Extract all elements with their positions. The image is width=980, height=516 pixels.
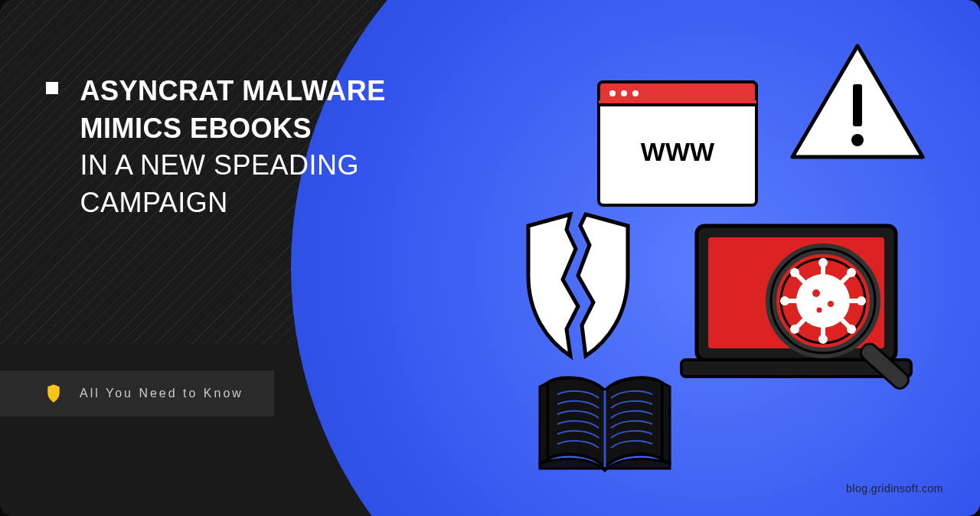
heading-line-1: ASYNCRAT MALWARE [80,73,385,110]
bullet-square-icon [46,82,58,94]
tag-bar: All You Need to Know [0,371,274,416]
shield-icon [46,384,61,403]
svg-point-4 [609,90,616,96]
svg-point-35 [828,301,834,307]
svg-point-6 [632,90,639,96]
heading-block: ASYNCRAT MALWARE MIMICS EBOOKS IN A NEW … [46,73,386,221]
svg-point-31 [847,325,856,334]
heading-text: ASYNCRAT MALWARE MIMICS EBOOKS IN A NEW … [80,73,385,221]
svg-point-30 [790,268,799,277]
open-book-icon [536,367,674,482]
browser-window-icon: WWW [597,80,758,207]
watermark: blog.gridinsoft.com [846,482,943,495]
svg-point-32 [790,325,799,334]
tag-label: All You Need to Know [80,387,243,400]
svg-point-27 [818,335,828,344]
svg-rect-8 [853,84,862,126]
svg-point-34 [812,289,820,297]
svg-point-29 [857,296,866,305]
heading-line-2: MIMICS EBOOKS [80,110,385,148]
warning-triangle-icon [789,42,926,165]
blog-banner: ASYNCRAT MALWARE MIMICS EBOOKS IN A NEW … [0,0,980,516]
svg-point-5 [621,90,627,96]
svg-point-36 [817,308,822,313]
svg-point-28 [780,296,789,305]
svg-text:WWW: WWW [641,137,715,166]
heading-line-4: CAMPAIGN [80,185,385,222]
svg-point-33 [847,268,856,277]
broken-shield-icon [505,207,651,360]
laptop-virus-magnifier-icon [674,218,934,394]
heading-line-3: IN A NEW SPEADING [80,147,385,185]
svg-point-9 [851,134,864,146]
svg-point-26 [818,258,828,267]
